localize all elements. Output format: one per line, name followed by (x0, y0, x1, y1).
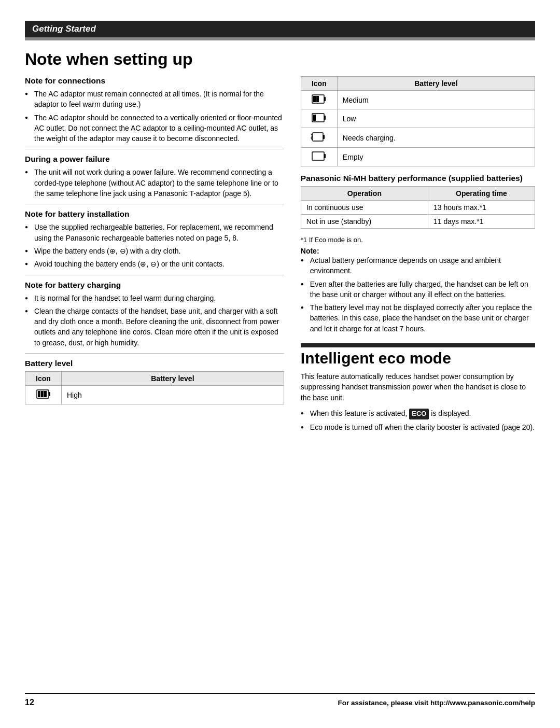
section-header: Getting Started (25, 21, 535, 37)
battery-level-table-left: Icon Battery level (25, 371, 284, 404)
svg-rect-3 (41, 391, 44, 397)
list-item: Clean the charge contacts of the handset… (25, 306, 284, 348)
battery-level-title-left: Battery level (25, 359, 284, 368)
list-item: The unit will not work during a power fa… (25, 167, 284, 199)
nimh-title: Panasonic Ni-MH battery performance (sup… (301, 174, 535, 183)
col-header-operation: Operation (301, 187, 428, 201)
list-item: Use the supplied rechargeable batteries.… (25, 222, 284, 243)
header-divider (25, 37, 535, 40)
col-header-level: Battery level (62, 372, 284, 386)
table-row: Not in use (standby) 11 days max.*1 (301, 215, 535, 229)
battery-icon-full (25, 386, 62, 404)
battery-icon-low (301, 109, 337, 128)
svg-rect-4 (44, 391, 47, 397)
optime-standby: 11 days max.*1 (428, 215, 535, 229)
battery-icon-medium (301, 91, 337, 109)
battery-level-empty: Empty (337, 148, 535, 166)
eco-badge: ECO (409, 409, 429, 419)
right-column: Icon Battery level (301, 76, 535, 679)
svg-rect-12 (313, 133, 323, 141)
svg-rect-6 (324, 97, 326, 101)
connections-title: Note for connections (25, 76, 284, 86)
svg-rect-18 (324, 154, 326, 158)
nimh-notes-list: Actual battery performance depends on us… (301, 255, 535, 334)
table-row: High (25, 386, 284, 404)
battery-level-section-left: Battery level Icon Battery level (25, 359, 284, 404)
list-item: The AC adaptor must remain connected at … (25, 89, 284, 110)
battery-needs-charging-icon (311, 131, 327, 143)
list-item: Eco mode is turned off when the clarity … (301, 422, 535, 432)
page-footer: 12 For assistance, please visit http://w… (25, 693, 535, 707)
svg-line-15 (311, 136, 312, 138)
divider (25, 149, 284, 149)
battery-medium-icon (312, 93, 326, 105)
power-failure-title: During a power failure (25, 155, 284, 164)
divider (25, 275, 284, 275)
eco-section: Intelligent eco mode This feature automa… (301, 343, 535, 432)
table-row: Medium (301, 91, 535, 109)
section-header-label: Getting Started (32, 24, 96, 34)
battery-level-table-right: Icon Battery level (301, 76, 535, 166)
note-label: Note: (301, 247, 535, 255)
table-row: Low (301, 109, 535, 128)
battery-low-icon (312, 112, 326, 123)
col-header-icon: Icon (25, 372, 62, 386)
optime-continuous: 13 hours max.*1 (428, 201, 535, 215)
list-item: The battery level may not be displayed c… (301, 302, 535, 334)
two-col-layout: Note for connections The AC adaptor must… (25, 76, 535, 679)
battery-charging-title: Note for battery charging (25, 281, 284, 290)
svg-rect-17 (312, 152, 324, 160)
divider (25, 353, 284, 354)
svg-rect-2 (38, 391, 40, 397)
col-header-optime: Operating time (428, 187, 535, 201)
page-number: 12 (25, 698, 34, 707)
table-row: In continuous use 13 hours max.*1 (301, 201, 535, 215)
connections-list: The AC adaptor must remain connected at … (25, 89, 284, 144)
svg-rect-7 (313, 96, 316, 102)
divider (25, 204, 284, 204)
list-item: When this feature is activated, ECO is d… (301, 408, 535, 419)
svg-rect-13 (323, 135, 325, 139)
page-title: Note when setting up (25, 50, 535, 69)
list-item: The AC adaptor should be connected to a … (25, 113, 284, 144)
svg-rect-11 (313, 115, 316, 121)
list-item: Avoid touching the battery ends (⊕, ⊖) o… (25, 259, 284, 269)
eco-section-bar (301, 343, 535, 347)
eco-bullet-text-before: When this feature is activated, (310, 409, 409, 417)
battery-charging-list: It is normal for the handset to feel war… (25, 293, 284, 348)
eco-bullet-text-after: is displayed. (429, 409, 471, 417)
list-item: It is normal for the handset to feel war… (25, 293, 284, 303)
left-column: Note for connections The AC adaptor must… (25, 76, 284, 679)
svg-rect-10 (324, 116, 326, 120)
op-continuous: In continuous use (301, 201, 428, 215)
page: Getting Started Note when setting up Not… (0, 0, 560, 728)
table-row: Needs charging. (301, 128, 535, 148)
eco-bullets-list: When this feature is activated, ECO is d… (301, 408, 535, 432)
battery-install-title: Note for battery installation (25, 209, 284, 219)
battery-icon-needs-charging (301, 128, 337, 148)
svg-rect-1 (49, 392, 50, 396)
list-item: Actual battery performance depends on us… (301, 255, 535, 276)
battery-icon-empty (301, 148, 337, 166)
op-standby: Not in use (standby) (301, 215, 428, 229)
operation-table: Operation Operating time In continuous u… (301, 186, 535, 229)
list-item: Wipe the battery ends (⊕, ⊖) with a dry … (25, 246, 284, 256)
power-failure-list: The unit will not work during a power fa… (25, 167, 284, 199)
eco-description: This feature automatically reduces hands… (301, 371, 535, 403)
col-header-level: Battery level (337, 77, 535, 91)
footnote: *1 If Eco mode is on. (301, 236, 535, 244)
table-row: Empty (301, 148, 535, 166)
svg-rect-8 (316, 96, 319, 102)
footer-text: For assistance, please visit http://www.… (338, 699, 535, 707)
svg-line-14 (311, 134, 312, 136)
battery-install-list: Use the supplied rechargeable batteries.… (25, 222, 284, 269)
list-item: Even after the batteries are fully charg… (301, 279, 535, 300)
battery-empty-icon (312, 150, 326, 162)
battery-level-needs-charging: Needs charging. (337, 128, 535, 148)
battery-level-value: High (62, 386, 284, 404)
battery-full-icon (36, 388, 51, 400)
col-header-icon: Icon (301, 77, 337, 91)
svg-line-16 (311, 138, 312, 140)
battery-level-medium: Medium (337, 91, 535, 109)
battery-level-low: Low (337, 109, 535, 128)
